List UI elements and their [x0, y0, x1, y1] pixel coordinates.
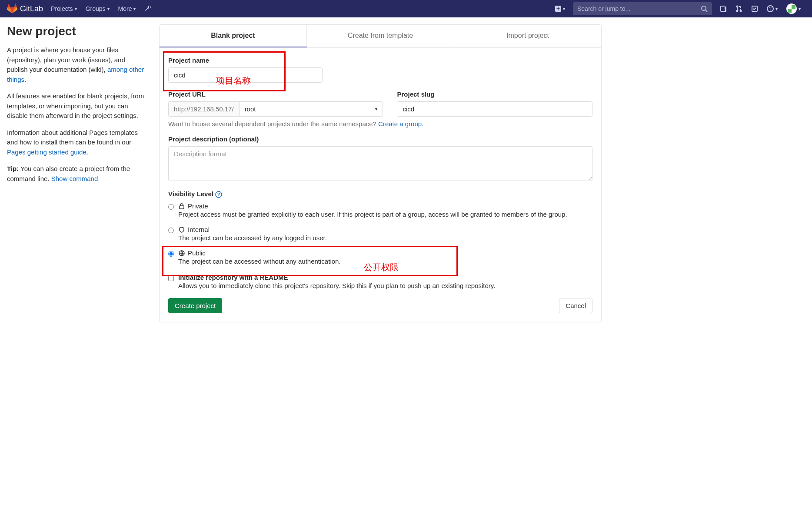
initialize-readme-option[interactable]: Initialize repository with a README Allo… [168, 274, 592, 289]
nav-projects[interactable]: Projects▾ [47, 5, 81, 12]
global-search[interactable] [573, 2, 712, 15]
namespace-selected: root [245, 105, 256, 113]
help-dropdown[interactable]: ?▾ [762, 5, 782, 12]
gitlab-icon [7, 3, 17, 14]
visibility-level-label: Visibility Level ? [168, 190, 592, 198]
svg-text:?: ? [769, 7, 772, 11]
visibility-radio-public[interactable] [168, 251, 174, 257]
shield-icon [178, 226, 185, 233]
project-slug-input[interactable] [397, 101, 592, 117]
sidebar-para-3: Information about additional Pages templ… [7, 128, 146, 157]
nav-groups[interactable]: Groups▾ [81, 5, 114, 12]
initialize-readme-title: Initialize repository with a README [178, 274, 495, 281]
chevron-down-icon: ▾ [133, 7, 136, 11]
project-type-tabs: Blank project Create from template Impor… [160, 25, 601, 48]
admin-wrench-icon[interactable] [140, 5, 156, 12]
namespace-helper: Want to house several dependent projects… [168, 120, 592, 127]
new-project-panel: Blank project Create from template Impor… [159, 24, 602, 322]
chevron-down-icon: ▾ [75, 7, 77, 11]
chevron-down-icon: ▾ [799, 7, 801, 11]
avatar [786, 3, 797, 14]
issues-icon[interactable] [715, 5, 731, 12]
brand-logo[interactable]: GitLab [7, 3, 43, 14]
question-circle-icon: ? [767, 5, 774, 12]
initialize-readme-checkbox[interactable] [168, 275, 174, 281]
tab-create-from-template[interactable]: Create from template [307, 25, 454, 47]
visibility-option-internal[interactable]: Internal The project can be accessed by … [168, 225, 592, 242]
nav-more[interactable]: More▾ [114, 5, 140, 12]
help-circle-icon[interactable]: ? [215, 191, 222, 198]
brand-text: GitLab [20, 4, 43, 13]
top-navbar: GitLab Projects▾ Groups▾ More▾ ▾ ?▾ ▾ [0, 0, 812, 17]
chevron-down-icon: ▾ [375, 107, 377, 111]
svg-text:?: ? [217, 192, 220, 197]
project-description-input[interactable] [168, 146, 592, 181]
show-command-link[interactable]: Show command [51, 175, 98, 182]
project-slug-label: Project slug [397, 90, 592, 98]
svg-rect-11 [180, 206, 184, 209]
project-url-label: Project URL [168, 90, 383, 98]
visibility-radio-internal[interactable] [168, 228, 174, 233]
chevron-down-icon: ▾ [563, 7, 565, 11]
sidebar-tip: Tip: You can also create a project from … [7, 164, 146, 184]
sidebar-para-2: All features are enabled for blank proje… [7, 91, 146, 121]
visibility-option-private[interactable]: Private Project access must be granted e… [168, 201, 592, 219]
svg-rect-2 [721, 6, 725, 11]
create-project-button[interactable]: Create project [168, 298, 222, 313]
initialize-readme-desc: Allows you to immediately clone this pro… [178, 282, 495, 289]
plus-dropdown[interactable]: ▾ [551, 6, 569, 12]
page-title: New project [7, 24, 146, 38]
project-name-input[interactable] [168, 67, 323, 83]
visibility-option-public[interactable]: Public The project can be accessed witho… [168, 248, 592, 266]
create-group-link[interactable]: Create a group. [378, 120, 423, 127]
merge-requests-icon[interactable] [731, 5, 747, 12]
pages-guide-link[interactable]: Pages getting started guide [7, 148, 87, 156]
chevron-down-icon: ▾ [775, 7, 778, 11]
user-menu[interactable]: ▾ [782, 3, 805, 14]
search-icon [701, 5, 708, 12]
globe-icon [178, 250, 185, 257]
project-description-label: Project description (optional) [168, 135, 592, 143]
todos-icon[interactable] [747, 5, 762, 12]
project-name-label: Project name [168, 57, 592, 64]
tab-blank-project[interactable]: Blank project [160, 25, 307, 47]
cancel-button[interactable]: Cancel [559, 298, 592, 313]
svg-point-1 [702, 6, 706, 10]
namespace-select[interactable]: root ▾ [239, 101, 383, 117]
visibility-radio-private[interactable] [168, 204, 174, 210]
chevron-down-icon: ▾ [107, 7, 110, 11]
search-input[interactable] [577, 5, 701, 12]
sidebar-para-1: A project is where you house your files … [7, 45, 146, 84]
tip-label: Tip: [7, 165, 19, 172]
info-sidebar: New project A project is where you house… [7, 24, 150, 322]
tab-import-project[interactable]: Import project [454, 25, 601, 47]
plus-icon [555, 6, 561, 12]
project-url-prefix: http://192.168.50.17/ [168, 101, 239, 117]
lock-icon [178, 203, 185, 210]
